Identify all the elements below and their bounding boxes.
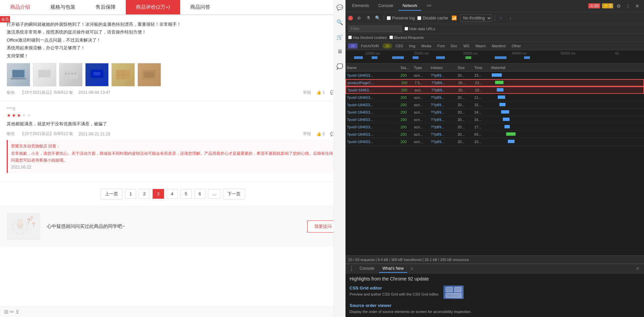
devtools-tab-network[interactable]: Network xyxy=(398,1,421,11)
vertical-dots-icon[interactable]: ⋮ xyxy=(624,2,632,10)
timeline-label-1: 10000 ms xyxy=(348,52,397,55)
hide-data-urls-checkbox[interactable]: Hide data URLs xyxy=(405,27,435,31)
filter-input[interactable] xyxy=(348,25,402,32)
type-ws[interactable]: WS xyxy=(461,43,472,49)
sidebar-icon-search[interactable]: 🔍 xyxy=(335,17,344,27)
type-fetchxhr[interactable]: Fetch/XHR xyxy=(358,43,382,49)
sidebar-icon-screen[interactable]: 🖥 xyxy=(335,47,344,56)
next-page-btn[interactable]: 下一页 xyxy=(223,189,245,199)
expand-icon[interactable]: ⊻ xyxy=(15,309,19,315)
timeline-labels: 10000 ms 20000 ms 30000 ms 40000 ms 5000… xyxy=(345,52,644,55)
type-img[interactable]: Img xyxy=(407,43,418,49)
status-bar: 10 / 63 requests | 9.4 kB / 300 kB trans… xyxy=(345,255,644,263)
sidebar-icon-cart[interactable]: 🛒 xyxy=(335,32,344,42)
col-header-name[interactable]: Name xyxy=(345,66,399,70)
network-row-0[interactable]: ?pvid=184653... 200 scri... ??jdf/li... … xyxy=(345,72,644,79)
record-btn[interactable] xyxy=(348,16,353,20)
settings-icon[interactable]: ⚙ xyxy=(614,2,623,10)
network-row-1[interactable]: productPageC... 200 7.5... ??jdf/li... 2… xyxy=(345,79,644,86)
sidebar-icon-message[interactable]: 💭 xyxy=(335,62,344,71)
type-js[interactable]: JS xyxy=(382,43,392,49)
bottom-tab-console[interactable]: Console xyxy=(356,265,378,273)
css-grid-title[interactable]: CSS Grid editor xyxy=(350,286,439,291)
type-other[interactable]: Other xyxy=(509,43,524,49)
page-6-btn[interactable]: 6 xyxy=(194,189,205,199)
bottom-tab-whats-new[interactable]: What's New xyxy=(379,265,407,273)
network-row-8[interactable]: ?pvid=184653... 200 scri... ??jdf/li... … xyxy=(345,131,644,138)
devtools-tab-elements[interactable]: Elements xyxy=(348,1,373,11)
network-row-9[interactable]: ?pvid=184653... 200 scri... ??jdf/li... … xyxy=(345,138,644,145)
network-row-3[interactable]: ?pvid=184653... 200 scri... ??jdf/li... … xyxy=(345,94,644,101)
devtools-tab-more[interactable]: >> xyxy=(423,1,435,11)
grid-icon[interactable]: ⊞ xyxy=(4,309,8,315)
tab-reviews[interactable]: 商品评价(2万+) xyxy=(126,0,180,14)
col-header-time[interactable]: Time xyxy=(473,66,490,70)
prev-page-btn[interactable]: 上一页 xyxy=(101,189,122,199)
close-whats-new-icon[interactable]: ✕ xyxy=(410,266,414,271)
type-media[interactable]: Media xyxy=(419,43,434,49)
blocked-cookies-checkbox[interactable]: Has blocked cookies xyxy=(348,36,387,40)
col-header-size[interactable]: Size xyxy=(456,66,473,70)
review-2-report[interactable]: 举报 xyxy=(303,131,311,137)
network-row-7[interactable]: ?pvid=184653... 200 scri... ??jdf/li... … xyxy=(345,123,644,131)
disable-cache-checkbox[interactable]: Disable cache xyxy=(417,16,448,20)
svg-rect-30 xyxy=(495,56,506,59)
tab-intro[interactable]: 商品介绍 xyxy=(0,0,40,14)
tab-service[interactable]: 售后保障 xyxy=(86,0,126,14)
network-row-6[interactable]: ?pvid=184653... 200 scri... ??jdf/li... … xyxy=(345,116,644,123)
devtools-tab-console[interactable]: Console xyxy=(374,1,397,11)
sidebar-icon-service[interactable]: 💬 xyxy=(335,3,344,12)
search-network-btn[interactable]: 🔍 xyxy=(374,15,381,21)
review-image-1[interactable] xyxy=(7,63,30,86)
page-3-btn[interactable]: 3 xyxy=(153,189,164,199)
blocked-requests-checkbox[interactable]: Blocked Requests xyxy=(389,36,424,40)
review-image-5[interactable] xyxy=(111,63,135,86)
close-devtools-icon[interactable]: ✕ xyxy=(633,2,641,10)
col-header-waterfall[interactable]: Waterfall xyxy=(490,66,644,70)
question-illustration: ? ? ? xyxy=(7,213,40,240)
type-wasm[interactable]: Wasm xyxy=(473,43,488,49)
review-2-like[interactable]: 👍 0 xyxy=(316,132,325,136)
throttle-select[interactable]: No throttling xyxy=(460,14,492,22)
page-4-btn[interactable]: 4 xyxy=(167,189,178,199)
filter-icon[interactable]: ⚗ xyxy=(365,15,372,21)
type-all[interactable]: All xyxy=(348,43,358,49)
type-css[interactable]: CSS xyxy=(393,43,406,49)
preserve-log-checkbox[interactable]: Preserve log xyxy=(387,16,415,20)
network-row-2[interactable]: ?pvid=18463... 200 scri... ??jdf/li... 2… xyxy=(345,86,644,94)
edit-icon[interactable]: ✏ xyxy=(10,309,14,315)
throttle-icon[interactable]: 📶 xyxy=(451,15,458,21)
tab-questions[interactable]: 商品问答 xyxy=(180,0,220,14)
network-row-5[interactable]: ?pvid=184653... 200 scri... ??jdf/li... … xyxy=(345,109,644,116)
source-order-title[interactable]: Source order viewer xyxy=(350,303,472,308)
svg-rect-34 xyxy=(446,293,461,298)
upload-icon[interactable]: ↑ xyxy=(498,15,504,21)
col-header-status[interactable]: Sta... xyxy=(399,66,413,70)
page-1-btn[interactable]: 1 xyxy=(125,189,136,199)
page-2-btn[interactable]: 2 xyxy=(139,189,150,199)
type-manifest[interactable]: Manifest xyxy=(489,43,508,49)
network-row-4[interactable]: ?pvid=184653... 200 scri... ??jdf/li... … xyxy=(345,101,644,109)
review-1: 打开箱子的瞬间就被她的外观惊艳到了！冰河银的金属色特别漂亮，重量很轻！非常顺手！… xyxy=(0,15,345,101)
review-image-2[interactable] xyxy=(33,63,56,86)
tab-spec[interactable]: 规格与包装 xyxy=(40,0,86,14)
page-5-btn[interactable]: 5 xyxy=(180,189,192,199)
review-image-4[interactable] xyxy=(85,63,109,86)
review-image-3[interactable] xyxy=(59,63,83,86)
svg-text:?: ? xyxy=(30,215,33,221)
bottom-panel: ⋮ Console What's New ✕ ✕ Highlights from… xyxy=(345,263,644,317)
bottom-menu-icon[interactable]: ⋮ xyxy=(348,265,355,272)
stop-recording-btn[interactable]: ⊘ xyxy=(356,15,362,21)
download-icon[interactable]: ↓ xyxy=(507,15,514,21)
review-1-like[interactable]: 👍 1 xyxy=(316,90,325,95)
review-1-report[interactable]: 举报 xyxy=(303,90,311,96)
question-text: 心中疑惑就问问买过此商品的同学吧~ xyxy=(47,224,301,230)
review-1-images xyxy=(7,63,339,86)
pagination: 上一页 1 2 3 4 5 6 ... 下一页 xyxy=(0,182,345,206)
type-font[interactable]: Font xyxy=(435,43,447,49)
col-header-initiator[interactable]: Initiator xyxy=(429,66,456,70)
col-header-type[interactable]: Type xyxy=(413,66,429,70)
review-image-6[interactable] xyxy=(138,63,161,86)
close-bottom-panel-icon[interactable]: ✕ xyxy=(633,265,641,273)
type-doc[interactable]: Doc xyxy=(448,43,460,49)
